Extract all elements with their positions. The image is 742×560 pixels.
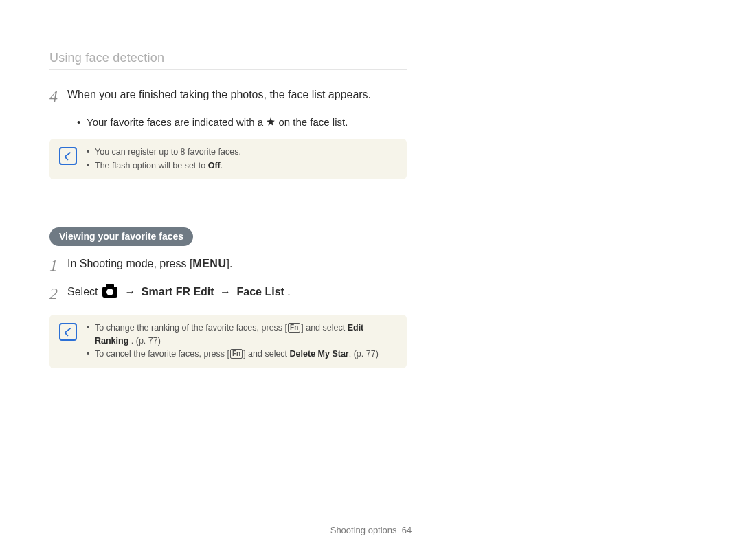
page-header: Using face detection bbox=[49, 51, 407, 70]
step-text-pre: In Shooting mode, press [ bbox=[67, 258, 192, 269]
arrow-icon: → bbox=[122, 286, 138, 298]
note-text: To change the ranking of the favorite fa… bbox=[95, 323, 287, 333]
note-text: You can register up to 8 favorite faces. bbox=[95, 146, 241, 159]
note-icon bbox=[59, 147, 77, 165]
bullet-icon: • bbox=[87, 146, 95, 159]
step-1: 1 In Shooting mode, press [MENU]. bbox=[49, 256, 407, 276]
star-icon bbox=[266, 115, 276, 131]
note-item: • The flash option will be set to Off. bbox=[87, 159, 241, 172]
bullet-icon: • bbox=[87, 348, 95, 361]
step-number: 2 bbox=[49, 284, 67, 304]
step-number: 4 bbox=[49, 87, 67, 107]
select-label: Select bbox=[67, 286, 101, 298]
step-2: 2 Select → Smart FR Edit → Face List . bbox=[49, 284, 407, 304]
note-text: To cancel the favorite faces, press [ bbox=[95, 349, 229, 359]
step-4-sub: • Your favorite faces are indicated with… bbox=[77, 115, 407, 131]
menu-label: MENU bbox=[192, 258, 226, 269]
note-text: . (p. 77) bbox=[128, 336, 161, 346]
step-4: 4 When you are finished taking the photo… bbox=[49, 87, 407, 107]
step-text-post: ]. bbox=[226, 258, 232, 269]
end-period: . bbox=[287, 286, 290, 298]
sub-text-post: on the face list. bbox=[278, 116, 348, 128]
fn-icon: Fn bbox=[288, 323, 300, 333]
note-item: • To change the ranking of the favorite … bbox=[87, 322, 397, 348]
fn-icon: Fn bbox=[230, 349, 243, 359]
bullet-icon: • bbox=[87, 159, 95, 172]
off-label: Off bbox=[208, 161, 221, 170]
note-icon bbox=[59, 323, 77, 341]
smart-fr-edit-label: Smart FR Edit bbox=[142, 286, 214, 298]
delete-my-star-label: Delete My Star bbox=[290, 349, 349, 359]
bullet-icon: • bbox=[87, 322, 95, 348]
arrow-icon: → bbox=[217, 286, 234, 298]
note-box-1: • You can register up to 8 favorite face… bbox=[49, 139, 407, 179]
note-text: The flash option will be set to bbox=[95, 161, 208, 170]
note-box-2: • To change the ranking of the favorite … bbox=[49, 315, 407, 368]
camera-icon bbox=[102, 287, 117, 298]
period: . bbox=[221, 161, 223, 170]
note-text: . (p. 77) bbox=[349, 349, 379, 359]
note-text: ] and select bbox=[301, 323, 347, 333]
note-item: • To cancel the favorite faces, press [F… bbox=[87, 348, 397, 361]
footer-section: Shooting options bbox=[330, 525, 397, 535]
bullet-icon: • bbox=[77, 115, 87, 131]
face-list-label: Face List bbox=[237, 286, 284, 298]
sub-text-pre: Your favorite faces are indicated with a bbox=[87, 116, 266, 128]
step-text: When you are finished taking the photos,… bbox=[67, 87, 371, 107]
note-item: • You can register up to 8 favorite face… bbox=[87, 146, 241, 159]
step-number: 1 bbox=[49, 256, 67, 276]
section-pill: Viewing your favorite faces bbox=[49, 227, 193, 246]
note-text: ] and select bbox=[243, 349, 289, 359]
page-footer: Shooting options 64 bbox=[0, 525, 742, 535]
footer-page-number: 64 bbox=[402, 525, 412, 535]
